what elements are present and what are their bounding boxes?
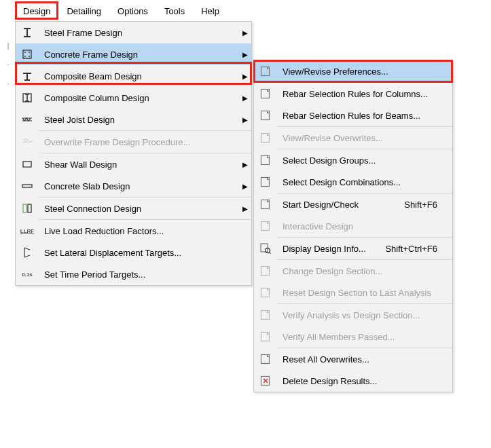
menu-item-label: Overwrite Frame Design Procedure... [39, 137, 242, 147]
menu-item-label: View/Revise Preferences... [277, 67, 443, 77]
menu-item-label: Display Design Info... [277, 244, 385, 254]
svg-point-3 [24, 56, 26, 57]
menu1-item-steel-connection-design[interactable]: Steel Connection Design▶ [16, 198, 251, 219]
submenu-arrow-icon: ▶ [239, 94, 251, 102]
menu-item-label: Start Design/Check [277, 200, 404, 210]
left-toolbar-strip: |·· [2, 39, 14, 90]
display-icon [254, 238, 277, 259]
menu2-item-rebar-selection-rules-for-beams[interactable]: Rebar Selection Rules for Beams... [254, 105, 452, 126]
verify-ad-icon [254, 304, 277, 326]
menu2-item-verify-analysis-vs-design-section: Verify Analysis vs Design Section... [254, 304, 452, 326]
rebar-col-icon [254, 83, 277, 105]
rebar-beam-icon [254, 105, 277, 126]
svg-rect-7 [22, 185, 32, 187]
menu2-item-delete-design-results[interactable]: Delete Design Results... [254, 370, 452, 392]
interactive-icon [254, 215, 277, 237]
i-frame-icon [16, 22, 39, 43]
concrete-frame-icon [16, 43, 39, 65]
menu1-item-concrete-frame-design[interactable]: Concrete Frame Design▶ [16, 43, 251, 65]
menu2-item-interactive-design: Interactive Design [254, 215, 452, 237]
menu1-item-live-load-reduction-factors[interactable]: LLRFLive Load Reduction Factors... [16, 220, 251, 242]
menu2-item-display-design-info[interactable]: Display Design Info...Shift+Ctrl+F6 [254, 238, 452, 259]
menu-options[interactable]: Options [109, 3, 156, 19]
menu-item-label: Concrete Frame Design [39, 50, 239, 60]
menu1-item-shear-wall-design[interactable]: Shear Wall Design▶ [16, 153, 251, 175]
menu-item-label: Concrete Slab Design [39, 181, 239, 191]
menu-item-label: View/Revise Overwrites... [277, 133, 443, 143]
svg-rect-9 [28, 204, 31, 212]
lateral-icon [16, 242, 39, 263]
menu-item-label: Verify Analysis vs Design Section... [277, 310, 443, 320]
menu-item-label: Composite Beam Design [39, 71, 239, 81]
menu1-item-overwrite-frame-design-procedure: Overwrite Frame Design Procedure... [16, 131, 251, 153]
submenu-arrow-icon: ▶ [239, 51, 251, 58]
svg-point-2 [29, 52, 30, 53]
prefs-icon [254, 60, 277, 82]
design-dropdown: Steel Frame Design▶Concrete Frame Design… [15, 21, 252, 286]
menu1-item-set-lateral-displacement-targets[interactable]: Set Lateral Displacement Targets... [16, 242, 251, 263]
menu-item-label: Interactive Design [277, 221, 443, 231]
menu2-item-select-design-groups[interactable]: Select Design Groups... [254, 149, 452, 171]
submenu-arrow-icon: ▶ [239, 205, 251, 212]
menu2-item-reset-design-section-to-last-analysis: Reset Design Section to Last Analysis [254, 282, 452, 303]
menu-item-label: Composite Column Design [39, 93, 239, 103]
change-sec-icon [254, 260, 277, 282]
menubar: Design Detailing Options Tools Help [15, 3, 228, 19]
menu1-item-steel-frame-design[interactable]: Steel Frame Design▶ [16, 22, 251, 43]
menu2-item-view-revise-preferences[interactable]: View/Revise Preferences... [254, 60, 452, 82]
menu1-item-composite-beam-design[interactable]: Composite Beam Design▶ [16, 65, 251, 87]
composite-beam-icon [16, 65, 39, 87]
menu-item-label: Reset Design Section to Last Analysis [277, 288, 443, 298]
svg-rect-8 [23, 204, 26, 212]
menu-item-label: Reset All Overwrites... [277, 354, 443, 365]
menu2-item-verify-all-members-passed: Verify All Members Passed... [254, 326, 452, 348]
connection-icon [16, 198, 39, 219]
menu-item-label: Steel Joist Design [39, 115, 239, 125]
menu-item-label: Delete Design Results... [277, 376, 443, 386]
reset-over-icon [254, 348, 277, 370]
shear-wall-icon [16, 153, 39, 175]
composite-col-icon [16, 87, 39, 109]
submenu-arrow-icon: ▶ [239, 73, 251, 80]
menu-item-label: Select Design Groups... [277, 155, 443, 166]
menu-item-label: Steel Frame Design [39, 28, 239, 38]
menu-item-shortcut: Shift+Ctrl+F6 [385, 244, 443, 254]
menu-item-label: Set Time Period Targets... [39, 269, 242, 280]
menu-help[interactable]: Help [193, 3, 228, 19]
menu2-item-view-revise-overwrites: View/Revise Overwrites... [254, 127, 452, 149]
menu2-item-reset-all-overwrites[interactable]: Reset All Overwrites... [254, 348, 452, 370]
menu2-item-change-design-section: Change Design Section... [254, 260, 452, 282]
svg-rect-6 [23, 162, 31, 167]
overwrites-icon [254, 127, 277, 149]
menu-design[interactable]: Design [15, 3, 58, 19]
svg-rect-0 [23, 50, 31, 58]
svg-point-1 [24, 52, 26, 53]
menu-item-label: Verify All Members Passed... [277, 332, 443, 342]
submenu-arrow-icon: ▶ [239, 161, 251, 168]
menu-item-label: Set Lateral Displacement Targets... [39, 248, 242, 258]
delete-res-icon [254, 370, 277, 392]
svg-rect-18 [261, 244, 268, 252]
menu2-item-rebar-selection-rules-for-columns[interactable]: Rebar Selection Rules for Columns... [254, 83, 452, 105]
joist-icon [16, 109, 39, 130]
period-icon: 0.1s [16, 263, 39, 285]
menu-detailing[interactable]: Detailing [58, 3, 109, 19]
menu2-item-start-design-check[interactable]: Start Design/CheckShift+F6 [254, 193, 452, 215]
menu-item-shortcut: Shift+F6 [404, 200, 443, 210]
groups-icon [254, 149, 277, 171]
submenu-arrow-icon: ▶ [239, 29, 251, 37]
overwrite-icon [16, 131, 39, 153]
menu-item-label: Live Load Reduction Factors... [39, 226, 242, 236]
verify-pass-icon [254, 326, 277, 348]
menu1-item-steel-joist-design[interactable]: Steel Joist Design▶ [16, 109, 251, 130]
menu2-item-select-design-combinations[interactable]: Select Design Combinations... [254, 171, 452, 193]
menu1-item-composite-column-design[interactable]: Composite Column Design▶ [16, 87, 251, 109]
menu1-item-concrete-slab-design[interactable]: Concrete Slab Design▶ [16, 175, 251, 197]
menu-tools[interactable]: Tools [156, 3, 193, 19]
submenu-arrow-icon: ▶ [239, 116, 251, 124]
menu1-item-set-time-period-targets[interactable]: 0.1sSet Time Period Targets... [16, 263, 251, 285]
menu-item-label: Rebar Selection Rules for Columns... [277, 89, 443, 99]
menu-item-label: Shear Wall Design [39, 160, 239, 170]
menu-item-label: Select Design Combinations... [277, 177, 443, 187]
menu-item-label: Steel Connection Design [39, 204, 239, 214]
